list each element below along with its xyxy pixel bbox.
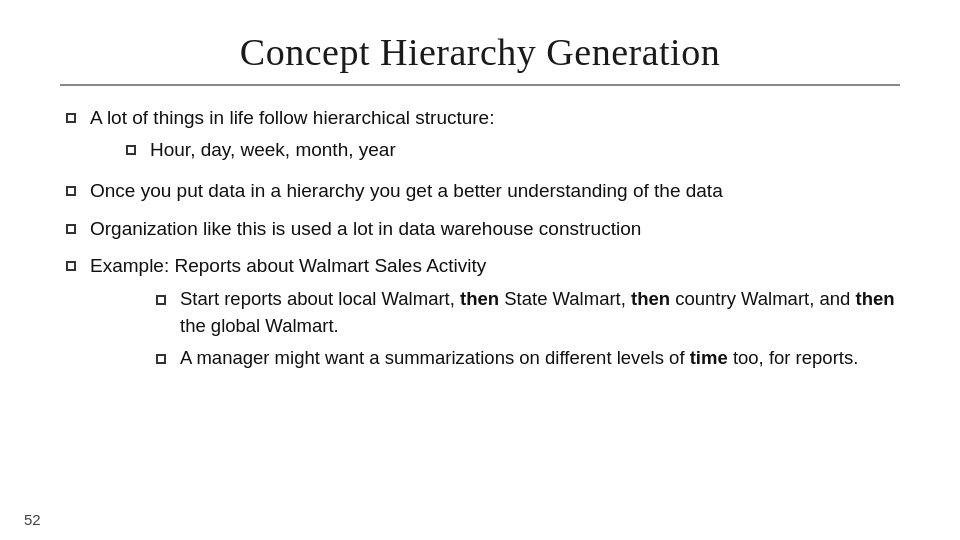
- sub-bullet-4-2: A manager might want a summarizations on…: [150, 345, 900, 372]
- bullet-text-4: Example: Reports about Walmart Sales Act…: [90, 252, 900, 378]
- divider: [60, 84, 900, 86]
- sub-bullet-icon-4-1: [150, 289, 172, 311]
- bullet-1: A lot of things in life follow hierarchi…: [60, 104, 900, 167]
- bullet-icon-3: [60, 218, 82, 240]
- sub-bullet-text-4-1: Start reports about local Walmart, then …: [180, 286, 900, 340]
- content-area: A lot of things in life follow hierarchi…: [60, 104, 900, 510]
- page-number: 52: [24, 511, 41, 528]
- sub-bullet-4-1: Start reports about local Walmart, then …: [150, 286, 900, 340]
- slide: Concept Hierarchy Generation A lot of th…: [0, 0, 960, 540]
- bullet-icon-2: [60, 180, 82, 202]
- sub-bullet-1-1: Hour, day, week, month, year: [120, 136, 900, 164]
- bullet-2: Once you put data in a hierarchy you get…: [60, 177, 900, 205]
- bullet-icon-4: [60, 255, 82, 277]
- sub-bullet-icon-1-1: [120, 139, 142, 161]
- bullet-4: Example: Reports about Walmart Sales Act…: [60, 252, 900, 378]
- bullet-icon-1: [60, 107, 82, 129]
- bullet-3: Organization like this is used a lot in …: [60, 215, 900, 243]
- slide-title: Concept Hierarchy Generation: [60, 30, 900, 74]
- sub-bullet-text-1-1: Hour, day, week, month, year: [150, 136, 900, 164]
- bullet-text-1: A lot of things in life follow hierarchi…: [90, 104, 900, 167]
- bullet-text-2: Once you put data in a hierarchy you get…: [90, 177, 900, 205]
- sub-bullet-icon-4-2: [150, 348, 172, 370]
- sub-bullet-text-4-2: A manager might want a summarizations on…: [180, 345, 900, 372]
- bullet-text-3: Organization like this is used a lot in …: [90, 215, 900, 243]
